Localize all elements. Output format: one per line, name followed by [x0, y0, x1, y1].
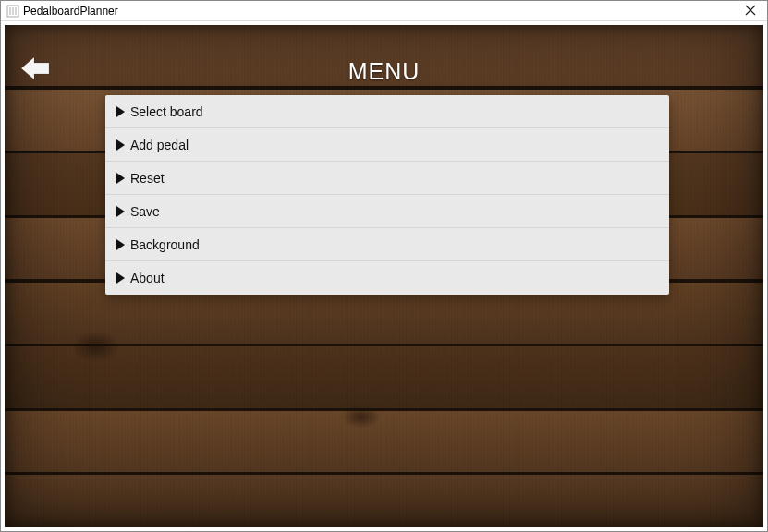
chevron-right-icon: [116, 106, 125, 117]
titlebar-left: PedalboardPlanner: [6, 5, 118, 18]
window-title: PedalboardPlanner: [23, 5, 118, 18]
menu-item-label: Add pedal: [130, 138, 189, 152]
menu-item-add-pedal[interactable]: Add pedal: [105, 128, 669, 162]
menu-item-save[interactable]: Save: [105, 195, 669, 228]
svg-marker-8: [116, 139, 125, 151]
svg-marker-7: [116, 106, 125, 117]
chevron-right-icon: [116, 206, 125, 217]
menu-item-label: Save: [130, 204, 160, 219]
menu-item-about[interactable]: About: [105, 261, 669, 295]
close-icon[interactable]: [741, 4, 760, 18]
app-icon: [6, 5, 19, 18]
menu-item-select-board[interactable]: Select board: [105, 95, 669, 128]
chevron-right-icon: [116, 139, 125, 151]
menu-item-reset[interactable]: Reset: [105, 162, 669, 195]
titlebar: PedalboardPlanner: [1, 1, 767, 21]
svg-marker-11: [116, 239, 125, 250]
chevron-right-icon: [116, 239, 125, 250]
page-title: MENU: [1, 58, 767, 85]
menu-item-label: Select board: [130, 104, 203, 119]
content-area: MENU Select board Add pedal Reset: [1, 21, 767, 531]
menu-item-background[interactable]: Background: [105, 228, 669, 261]
menu-item-label: Reset: [130, 171, 165, 186]
svg-marker-9: [116, 173, 125, 184]
menu-item-label: Background: [130, 237, 200, 252]
app-window: PedalboardPlanner MENU Select board: [0, 0, 768, 532]
menu-panel: Select board Add pedal Reset Save: [105, 95, 669, 295]
svg-marker-10: [116, 206, 125, 217]
svg-marker-12: [116, 272, 125, 284]
chevron-right-icon: [116, 272, 125, 284]
chevron-right-icon: [116, 173, 125, 184]
menu-item-label: About: [130, 271, 165, 285]
